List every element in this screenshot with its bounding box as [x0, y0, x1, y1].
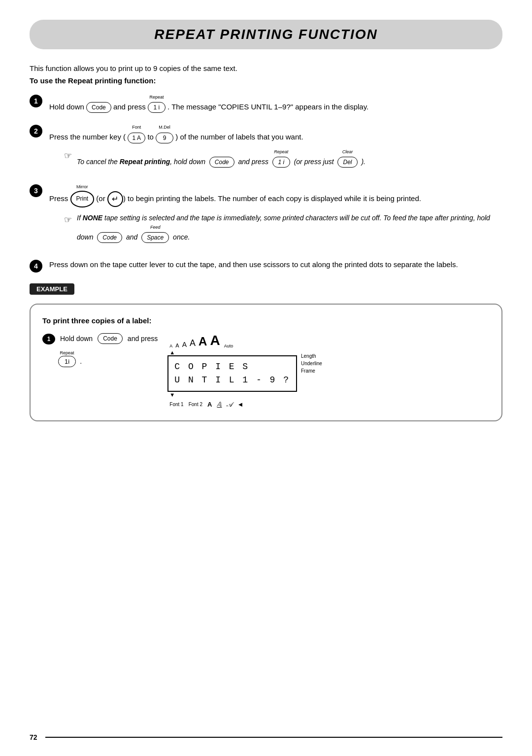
mdel-above-text: M.Del [156, 124, 173, 131]
return-key[interactable]: ↵ [107, 191, 123, 207]
lcd-container: ▲ C O P I E S U N T I L 1 - 9 ? ▼ [167, 349, 297, 398]
example-hold-down-label: Hold down [60, 335, 93, 343]
code-key-cancel[interactable]: Code [209, 157, 234, 168]
repeat-above-text-1: Repeat [148, 94, 166, 101]
example-box: To print three copies of a label: 1 Hold… [30, 304, 502, 421]
note-icon-1: ☞ [64, 149, 72, 164]
font-sz-d: A [190, 338, 196, 348]
del-key[interactable]: Del [337, 157, 357, 168]
repeat-key-cancel-label: Repeat 1 i [270, 148, 292, 168]
print-key-label: Mirror Print [70, 183, 95, 207]
lcd-side-length: Length [301, 353, 322, 359]
step-1: 1 Hold down Code and press Repeat 1 i . … [30, 94, 502, 113]
example-badge: EXAMPLE [30, 283, 74, 295]
note-icon-2: ☞ [64, 213, 72, 228]
step-1-content: Hold down Code and press Repeat 1 i . Th… [49, 94, 502, 113]
example-period: . [80, 357, 82, 365]
step-2-content: Press the number key ( Font 1 A to M.Del… [49, 124, 502, 172]
font-above-text: Font [128, 124, 145, 131]
page-footer: 72 [30, 733, 502, 741]
font-sz-b: A [175, 343, 179, 348]
space-key-label: Feed Space [139, 224, 171, 243]
example-content: 1 Hold down Code and press Repeat 1i . [42, 333, 487, 409]
lcd-line2: U N T I L 1 - 9 ? [174, 374, 290, 387]
cancel-note: ☞ To cancel the Repeat printing, hold do… [64, 148, 502, 168]
font-style-normal: ◄ [237, 401, 243, 408]
steps-list: 1 Hold down Code and press Repeat 1 i . … [30, 94, 502, 273]
mdel-key-label: M.Del 9 [156, 124, 173, 143]
example-repeat-key-label: Repeat 1i [58, 350, 76, 368]
font-sizes-row: A A A A A A Auto [167, 333, 233, 348]
auto-label: Auto [224, 344, 233, 348]
step-3: 3 Press Mirror Print (or ↵) to begin pri… [30, 183, 502, 248]
step-num-4: 4 [30, 260, 42, 273]
lcd-display: C O P I E S U N T I L 1 - 9 ? [167, 355, 297, 392]
footer-line [45, 737, 502, 738]
example-step1-row: 1 Hold down Code and press [42, 333, 158, 344]
code-key-feed[interactable]: Code [97, 232, 122, 243]
font-sz-a: A [169, 344, 172, 348]
font-style-italic-underline: 𝔸 [217, 401, 222, 408]
example-title: To print three copies of a label: [42, 316, 487, 325]
repeat-key-cancel[interactable]: 1 i [272, 157, 290, 168]
lcd-side-underline: Underline [301, 361, 322, 366]
font-bottom-row: Font 1 Font 2 A 𝔸 𝒜 ◄ [167, 401, 243, 409]
font-key[interactable]: 1 A [128, 133, 145, 143]
example-repeat-above: Repeat [58, 350, 76, 355]
font1-label: Font 1 [169, 402, 183, 407]
font-key-label: Font 1 A [128, 124, 145, 143]
step-4: 4 Press down on the tape cutter lever to… [30, 259, 502, 273]
repeat-key-1[interactable]: 1 i [148, 102, 166, 113]
lcd-side-labels: Length Underline Frame [301, 349, 322, 374]
code-key-1[interactable]: Code [86, 102, 111, 113]
page-title-wrapper: REPEAT PRINTING FUNCTION [30, 20, 502, 49]
step-2: 2 Press the number key ( Font 1 A to M.D… [30, 124, 502, 172]
section-header: To use the Repeat printing function: [30, 76, 502, 85]
print-key[interactable]: Print [70, 191, 95, 207]
code-key-label-1: Code [86, 101, 111, 113]
font-sz-f: A [210, 333, 220, 348]
space-key[interactable]: Space [141, 232, 169, 243]
lcd-arrow-up: ▲ [167, 349, 175, 355]
example-left: 1 Hold down Code and press Repeat 1i . [42, 333, 158, 368]
example-repeat-key[interactable]: 1i [58, 356, 76, 368]
lcd-line1: C O P I E S [174, 360, 290, 374]
none-tape-note: ☞ If NONE tape setting is selected and t… [64, 212, 502, 243]
none-tape-note-text: If NONE tape setting is selected and the… [77, 212, 502, 243]
cancel-note-text: To cancel the Repeat printing, hold down… [77, 148, 502, 168]
example-step-num: 1 [42, 334, 55, 344]
example-and-press: and press [128, 335, 158, 343]
step-num-3: 3 [30, 184, 42, 197]
font-sz-c: A [182, 341, 187, 348]
example-repeat-key-wrapper: Repeat 1i . [58, 350, 158, 368]
step-3-content: Press Mirror Print (or ↵) to begin print… [49, 183, 502, 248]
lcd-side-frame: Frame [301, 368, 322, 374]
font2-label: Font 2 [189, 402, 202, 407]
example-code-key[interactable]: Code [98, 333, 123, 344]
font-sz-e: A [199, 335, 207, 348]
intro-text: This function allows you to print up to … [30, 64, 502, 72]
example-right: A A A A A A Auto ▲ C O P I E S U N T I L… [167, 333, 487, 409]
step-num-2: 2 [30, 125, 42, 137]
repeat-key-label-1: Repeat 1 i [148, 94, 166, 113]
example-section: EXAMPLE To print three copies of a label… [30, 283, 502, 421]
lcd-wrapper: ▲ C O P I E S U N T I L 1 - 9 ? ▼ Length… [167, 349, 322, 398]
font-style-italic: 𝒜 [227, 401, 232, 409]
font-style-bold: A [207, 401, 212, 408]
del-key-label: Clear Del [335, 148, 359, 168]
step-num-1: 1 [30, 95, 42, 107]
page-number: 72 [30, 733, 37, 741]
mdel-key[interactable]: 9 [156, 133, 173, 143]
step-4-content: Press down on the tape cutter lever to c… [49, 259, 502, 271]
page-title: REPEAT PRINTING FUNCTION [154, 27, 377, 42]
lcd-arrow-down: ▼ [167, 392, 175, 398]
